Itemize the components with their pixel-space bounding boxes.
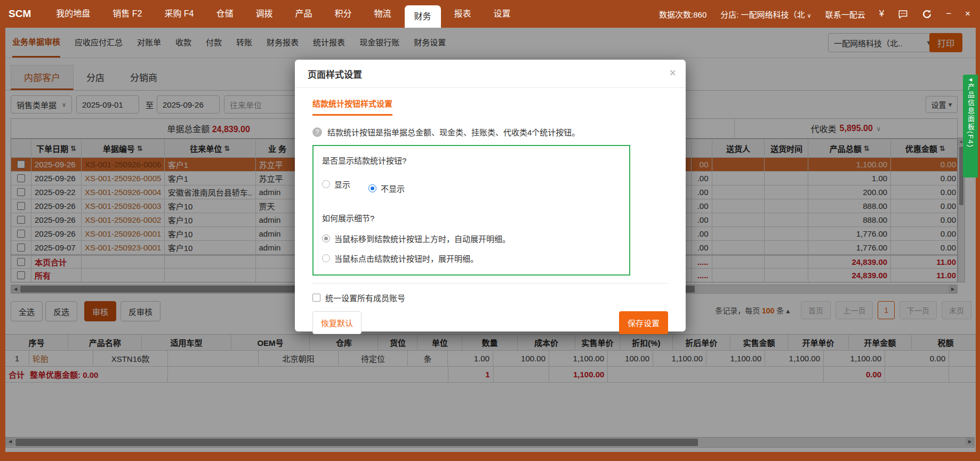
- top-right-cluster: 数据次数:860 分店: 一配网络科技（北∨ 联系一配云 ¥ − ×: [645, 0, 980, 28]
- top-nav-item[interactable]: 财务: [405, 5, 441, 28]
- top-nav-item[interactable]: 销售 F2: [113, 0, 142, 28]
- top-nav-item-label: 销售 F2: [113, 9, 142, 18]
- question-show-buttons: 是否显示结款统计按钮?: [322, 155, 621, 166]
- radio-hide-label: 不显示: [381, 183, 405, 194]
- top-nav-item-label: 物流: [374, 9, 391, 18]
- collapse-left-icon: ◀: [969, 77, 972, 82]
- radio-hide[interactable]: 不显示: [368, 183, 405, 194]
- help-icon: ?: [312, 127, 322, 137]
- top-nav-item[interactable]: 设置: [494, 0, 511, 28]
- top-nav-item-label: 设置: [494, 9, 511, 18]
- radio-click-label: 当鼠标点击结款统计按钮时，展开明细。: [334, 253, 478, 264]
- show-options: 显示 不显示: [322, 174, 621, 194]
- top-nav-item-label: 产品: [295, 9, 312, 18]
- radio-selected-disabled-icon[interactable]: [322, 234, 330, 242]
- top-nav-item[interactable]: 我的地盘: [56, 0, 90, 28]
- top-nav-item-label: 积分: [335, 9, 352, 18]
- top-nav-item-label: 调拨: [256, 9, 273, 18]
- radio-selected-icon[interactable]: [368, 184, 376, 192]
- radio-hover-label: 当鼠标移到结款统计按钮上方时，自动展开明细。: [334, 233, 510, 244]
- close-window-button[interactable]: ×: [965, 9, 970, 19]
- data-count-label: 数据次数:860: [659, 9, 706, 20]
- top-nav-item[interactable]: 采购 F4: [164, 0, 194, 28]
- refresh-icon[interactable]: [922, 9, 932, 19]
- radio-icon[interactable]: [322, 180, 330, 188]
- restore-default-button[interactable]: 恢复默认: [312, 311, 362, 334]
- checkbox-icon[interactable]: [312, 294, 320, 302]
- page-frame-bottom: [0, 452, 980, 461]
- branch-selector[interactable]: 分店: 一配网络科技（北∨: [720, 9, 811, 20]
- top-nav-item[interactable]: 产品: [295, 0, 312, 28]
- modal-header: 页面样式设置 ×: [295, 60, 686, 88]
- top-nav-item[interactable]: 积分: [335, 0, 352, 28]
- chevron-down-icon: ∨: [807, 12, 812, 19]
- top-nav-item[interactable]: 调拨: [256, 0, 273, 28]
- top-nav-item-label: 采购 F4: [164, 9, 194, 18]
- app-logo: SCM: [9, 0, 31, 28]
- apply-all-members-label: 统一设置所有成员账号: [325, 292, 405, 303]
- radio-show[interactable]: 显示: [322, 174, 350, 194]
- top-nav-item-label: 仓储: [216, 9, 234, 18]
- product-info-panel-tab[interactable]: ◀ 产品信息面板(F4): [963, 75, 978, 177]
- currency-icon[interactable]: ¥: [879, 9, 884, 19]
- top-nav-item-label: 财务: [414, 12, 431, 21]
- contact-link[interactable]: 联系一配云: [825, 9, 865, 20]
- top-nav-item-label: 我的地盘: [56, 9, 90, 18]
- modal-help-text: 结款统计按钮是指单据总金额、现金类、挂账类、代收类4个统计按钮。: [327, 126, 580, 138]
- top-nav-bar: SCM 我的地盘销售 F2采购 F4仓储调拨产品积分物流财务报表设置 数据次数:…: [0, 0, 980, 28]
- tab-settle-button-style[interactable]: 结款统计按钮样式设置: [312, 98, 392, 116]
- minimize-button[interactable]: −: [946, 9, 951, 19]
- apply-all-members-checkbox-row[interactable]: 统一设置所有成员账号: [312, 292, 668, 303]
- modal-footer: 恢复默认 保存设置: [312, 311, 668, 334]
- question-detail-display: 如何展示细节?: [322, 212, 621, 223]
- modal-body: 结款统计按钮样式设置 ? 结款统计按钮是指单据总金额、现金类、挂账类、代收类4个…: [295, 88, 686, 334]
- page-frame-left: [0, 28, 5, 461]
- modal-divider: [312, 283, 668, 284]
- top-nav-item[interactable]: 报表: [454, 0, 471, 28]
- radio-hover-expand[interactable]: 当鼠标移到结款统计按钮上方时，自动展开明细。: [322, 233, 621, 244]
- product-info-panel-label: 产品信息面板(F4): [963, 83, 977, 148]
- top-nav-item[interactable]: 仓储: [216, 0, 234, 28]
- save-settings-button[interactable]: 保存设置: [619, 311, 668, 334]
- settings-group: 是否显示结款统计按钮? 显示 不显示 如何展示细节? 当鼠标移到结款统计按钮上方…: [312, 145, 630, 276]
- page-style-settings-modal: 页面样式设置 × 结款统计按钮样式设置 ? 结款统计按钮是指单据总金额、现金类、…: [295, 60, 686, 331]
- close-icon[interactable]: ×: [669, 66, 676, 80]
- radio-show-label: 显示: [334, 179, 350, 190]
- message-icon[interactable]: [898, 9, 908, 19]
- top-nav-item-label: 报表: [454, 9, 471, 18]
- modal-help-row: ? 结款统计按钮是指单据总金额、现金类、挂账类、代收类4个统计按钮。: [312, 126, 668, 138]
- top-nav-items: 我的地盘销售 F2采购 F4仓储调拨产品积分物流财务报表设置: [45, 0, 521, 28]
- modal-title: 页面样式设置: [308, 67, 362, 80]
- radio-icon[interactable]: [322, 254, 330, 262]
- radio-click-expand[interactable]: 当鼠标点击结款统计按钮时，展开明细。: [322, 253, 621, 264]
- top-nav-item[interactable]: 物流: [374, 0, 391, 28]
- branch-label: 分店: 一配网络科技（北: [720, 10, 805, 19]
